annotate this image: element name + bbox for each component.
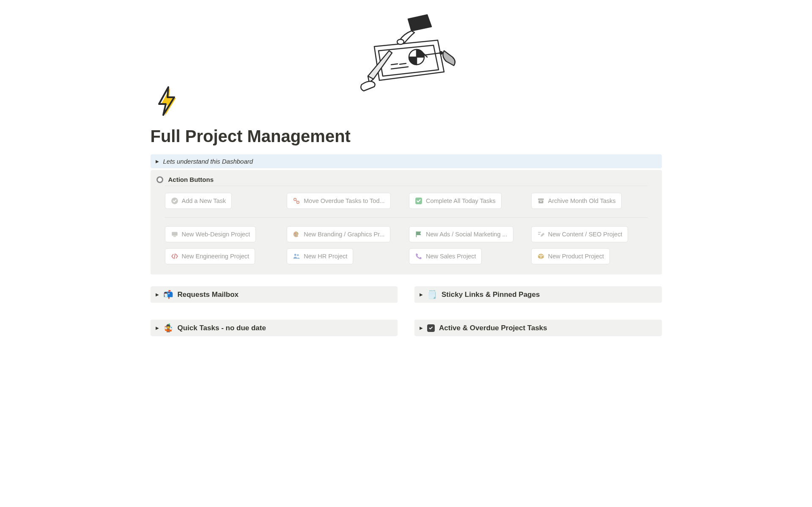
- phone-icon: [415, 252, 422, 260]
- button-label: Complete All Today Tasks: [426, 197, 496, 204]
- button-label: Move Overdue Tasks to Tod...: [304, 197, 384, 204]
- button-label: New Product Project: [548, 253, 604, 260]
- svg-rect-10: [538, 198, 544, 200]
- section-title: Quick Tasks - no due date: [178, 324, 266, 332]
- page-icon-lightning: [151, 85, 184, 118]
- toggle-arrow-icon: ▶: [420, 326, 423, 330]
- toggle-arrow-icon: ▶: [156, 326, 159, 330]
- svg-rect-14: [173, 236, 176, 237]
- page-title: Full Project Management: [151, 127, 662, 146]
- svg-rect-13: [172, 232, 178, 236]
- button-label: New Web-Design Project: [182, 231, 250, 238]
- svg-point-5: [440, 52, 442, 54]
- svg-point-16: [295, 235, 296, 236]
- divider: [165, 186, 647, 186]
- svg-point-7: [294, 198, 296, 201]
- requests-mailbox-toggle[interactable]: ▶ 📬 Requests Mailbox: [151, 286, 398, 303]
- new-content-seo-project-button[interactable]: New Content / SEO Project: [531, 226, 628, 242]
- new-web-design-project-button[interactable]: New Web-Design Project: [165, 226, 256, 242]
- hero-cover: [112, 0, 701, 97]
- new-ads-project-button[interactable]: New Ads / Social Marketing ...: [409, 226, 513, 242]
- button-label: New HR Project: [304, 253, 347, 260]
- edit-list-icon: [537, 230, 545, 238]
- cover-illustration: [349, 11, 463, 95]
- svg-point-17: [297, 233, 298, 233]
- move-overdue-tasks-button[interactable]: Move Overdue Tasks to Tod...: [287, 193, 390, 209]
- action-buttons-title: Action Buttons: [168, 176, 214, 183]
- button-label: Archive Month Old Tasks: [548, 197, 616, 204]
- archive-icon: [537, 197, 545, 205]
- checkbox-green-icon: [415, 197, 422, 205]
- section-title: Requests Mailbox: [178, 290, 239, 299]
- callout-text: Lets understand this Dashboard: [163, 158, 253, 165]
- button-label: Add a New Task: [182, 197, 226, 204]
- move-icon: [293, 197, 300, 205]
- section-title: Active & Overdue Project Tasks: [439, 324, 547, 332]
- button-label: New Branding / Graphics Pr...: [304, 231, 384, 238]
- svg-point-8: [297, 201, 299, 204]
- new-product-project-button[interactable]: New Product Project: [531, 248, 610, 264]
- button-label: New Engineering Project: [182, 253, 250, 260]
- notepad-icon: 🗒️: [427, 290, 437, 299]
- callout-understand-dashboard[interactable]: ▶ Lets understand this Dashboard: [151, 154, 662, 168]
- complete-all-today-button[interactable]: Complete All Today Tasks: [409, 193, 502, 209]
- new-branding-project-button[interactable]: New Branding / Graphics Pr...: [287, 226, 390, 242]
- mailbox-icon: 📬: [163, 290, 173, 299]
- toggle-arrow-icon: ▶: [156, 159, 159, 164]
- quick-tasks-toggle[interactable]: ▶ 🤹 Quick Tasks - no due date: [151, 320, 398, 336]
- toggle-arrow-icon: ▶: [420, 292, 423, 297]
- svg-point-21: [294, 254, 296, 256]
- code-icon: [171, 252, 178, 260]
- section-title: Sticky Links & Pinned Pages: [442, 290, 540, 299]
- button-label: New Content / SEO Project: [548, 231, 623, 238]
- active-overdue-tasks-toggle[interactable]: ▶ Active & Overdue Project Tasks: [414, 320, 662, 336]
- svg-point-22: [297, 254, 299, 256]
- action-buttons-section: Action Buttons Add a New Task Move Overd…: [151, 170, 662, 274]
- svg-point-4: [397, 39, 404, 44]
- bullet-icon: [156, 176, 163, 183]
- divider: [165, 217, 647, 218]
- checkbox-checked-icon: [427, 324, 435, 332]
- check-circle-icon: [171, 197, 178, 205]
- box-icon: [537, 252, 545, 260]
- archive-month-old-button[interactable]: Archive Month Old Tasks: [531, 193, 622, 209]
- svg-line-20: [174, 254, 175, 258]
- new-engineering-project-button[interactable]: New Engineering Project: [165, 248, 255, 264]
- juggling-icon: 🤹: [163, 323, 173, 333]
- svg-point-15: [295, 233, 296, 234]
- svg-rect-12: [540, 201, 542, 202]
- palette-icon: [293, 230, 300, 238]
- sticky-links-toggle[interactable]: ▶ 🗒️ Sticky Links & Pinned Pages: [414, 286, 662, 303]
- new-hr-project-button[interactable]: New HR Project: [287, 248, 353, 264]
- people-icon: [293, 252, 300, 260]
- add-new-task-button[interactable]: Add a New Task: [165, 193, 232, 209]
- toggle-arrow-icon: ▶: [156, 292, 159, 297]
- button-label: New Ads / Social Marketing ...: [426, 231, 508, 238]
- monitor-icon: [171, 230, 178, 238]
- new-sales-project-button[interactable]: New Sales Project: [409, 248, 482, 264]
- flag-icon: [415, 230, 422, 238]
- button-label: New Sales Project: [426, 253, 476, 260]
